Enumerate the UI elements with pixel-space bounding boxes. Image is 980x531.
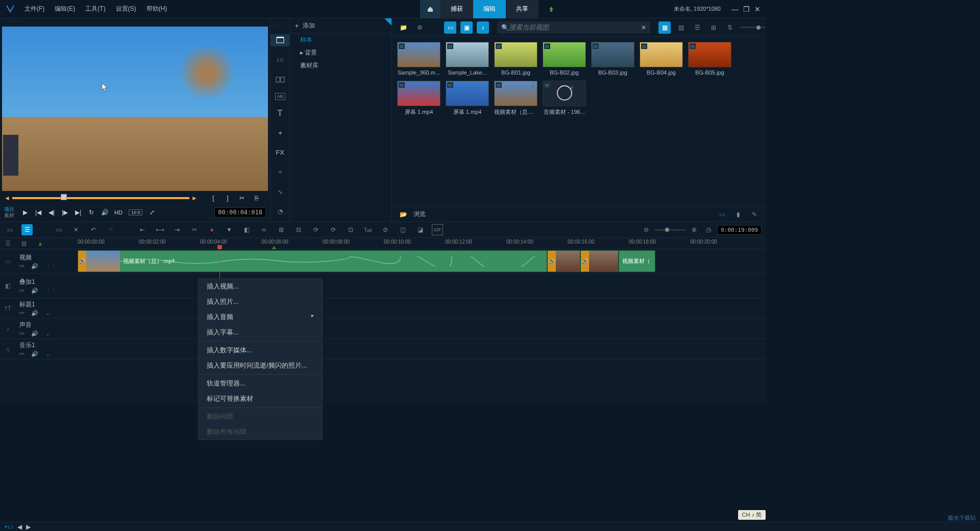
track-type-overlay-icon[interactable]: ◧ (0, 274, 15, 298)
text-3d-icon[interactable]: T₃ᴅ (362, 224, 374, 235)
track-type-voice-icon[interactable]: ♪ (0, 319, 15, 339)
split-clip-icon[interactable]: ✂ (189, 224, 200, 235)
context-menu-item[interactable]: 插入要应用时间流逝/频闪的照片... (199, 358, 322, 373)
panel-grabber[interactable]: :::::::: (0, 18, 270, 25)
timeline-view-icon[interactable]: ☰ (21, 224, 33, 235)
sidebar-speed[interactable]: ◔ (271, 205, 289, 218)
media-item[interactable]: ▭BG-B04.jpg (640, 42, 683, 76)
minimize-button[interactable]: — (731, 5, 739, 13)
sidebar-media[interactable] (271, 34, 289, 46)
media-item[interactable]: ▭BG-B05.jpg (688, 42, 731, 76)
tool-adjust-icon[interactable]: ✕ (70, 224, 82, 235)
context-menu-item[interactable]: 标记可替换素材 (199, 391, 322, 406)
sidebar-audio[interactable]: ♪♫ (271, 54, 289, 66)
media-item[interactable]: ▭BG-B02.jpg (543, 42, 586, 76)
footer-layout-icon[interactable]: ▭ (716, 208, 728, 221)
zoom-out-icon[interactable]: ⊖ (641, 224, 652, 235)
pan-zoom-icon[interactable]: ◫ (397, 224, 408, 235)
lib-item-library[interactable]: 素材库 (290, 59, 391, 72)
go-start-button[interactable]: |◀ (33, 207, 44, 218)
tab-share[interactable]: 共享 (506, 0, 538, 18)
media-item[interactable]: ▭♪音频素材 - 196... (543, 81, 586, 116)
track-select-icon[interactable]: ⊟ (18, 238, 30, 249)
preview-viewport[interactable] (2, 27, 268, 191)
preview-scrubber[interactable]: ◄ ► [ ] ✂ ⎘ (0, 193, 270, 203)
track-expand-icon[interactable]: ▲ (35, 238, 46, 249)
context-menu-item[interactable]: 插入视频... (199, 279, 322, 294)
search-input[interactable] (509, 23, 641, 31)
timeline-duration[interactable]: 0:00:19:009 (717, 225, 762, 235)
hd-toggle[interactable]: HD (112, 209, 125, 215)
redo-icon[interactable]: ↷ (105, 224, 116, 235)
footer-edit-icon[interactable]: ✎ (748, 208, 761, 221)
lib-item-sample[interactable]: 样本 (290, 34, 391, 46)
track-header-music[interactable]: 音乐1 ⚯🔊⌄ (15, 339, 78, 359)
add-icon[interactable]: + (295, 22, 299, 30)
clip-video-main[interactable]: 🔊 视频素材（总）.mp4 (78, 250, 547, 272)
context-menu-item[interactable]: 插入数字媒体... (199, 343, 322, 358)
track-header-title[interactable]: 标题1 ⚯🔊⌄ (15, 298, 78, 319)
track-type-title-icon[interactable]: ᴛT (0, 298, 15, 319)
zoom-slider[interactable] (655, 229, 685, 231)
clear-search-icon[interactable]: ✕ (641, 24, 646, 31)
footer-battery-icon[interactable]: ▮ (732, 208, 744, 221)
close-button[interactable]: ✕ (753, 5, 762, 13)
lock-icon[interactable]: ⚯ (19, 263, 24, 270)
media-item[interactable]: ▭Sample_Lake... (446, 42, 489, 76)
snapshot-icon[interactable]: ⎘ (251, 192, 262, 204)
sidebar-color[interactable]: ✧ (271, 166, 289, 178)
freeze-icon[interactable]: ⊡ (345, 224, 356, 235)
track-voice[interactable] (78, 319, 766, 339)
media-item[interactable]: ▭屏幕 1.mp4 (446, 81, 489, 116)
record-icon[interactable]: ● (206, 224, 217, 235)
group-icon[interactable]: ⊞ (276, 224, 287, 235)
ripple-icon[interactable]: ⟳ (310, 224, 322, 235)
context-menu-item[interactable]: 插入音频 (199, 309, 322, 325)
crop-icon[interactable]: ⊘ (380, 224, 391, 235)
tab-home[interactable] (420, 0, 440, 18)
context-menu-item[interactable]: 插入照片... (199, 294, 322, 309)
lib-item-background[interactable]: ▸ 背景 (290, 46, 391, 59)
track-title[interactable] (78, 298, 766, 319)
menu-help[interactable]: 帮助(H) (144, 4, 169, 14)
mask-icon[interactable]: ◪ (414, 224, 426, 235)
mark-out-icon[interactable]: ] (222, 192, 233, 204)
context-menu-item[interactable]: 轨道管理器... (199, 376, 322, 391)
go-end-button[interactable]: ▶| (72, 207, 84, 218)
volume-button[interactable]: 🔊 (99, 207, 110, 218)
restore-button[interactable]: ❐ (742, 5, 750, 13)
fit-timeline-icon[interactable]: ◷ (703, 224, 714, 235)
timeline-ruler[interactable]: 00:00:00:0000:00:02:0000:00:04:0000:00:0… (78, 238, 766, 249)
browse-button[interactable]: 浏览 (413, 210, 426, 219)
mark-in-icon[interactable]: [ (208, 192, 219, 204)
fullscreen-button[interactable]: ⤢ (146, 207, 158, 218)
sort-icon[interactable]: ⇅ (724, 21, 736, 34)
trim-in-icon[interactable]: ⇤ (137, 224, 148, 235)
track-type-video-icon[interactable]: ▭ (0, 249, 15, 274)
track-header-video[interactable]: 视频 ⚯🔊⋮⋮ (15, 249, 78, 274)
clip-video-2[interactable]: 🔊 (547, 250, 580, 272)
track-music[interactable] (78, 339, 766, 359)
search-box[interactable]: 🔍 ✕ (497, 21, 650, 34)
tool-select-icon[interactable]: ▭ (53, 224, 64, 235)
media-item[interactable]: ▭Sample_360.m... (397, 42, 440, 76)
loop-button[interactable]: ↻ (86, 207, 97, 218)
media-item[interactable]: ▭屏幕 1.mp4 (397, 81, 440, 116)
track-type-music-icon[interactable]: ♫ (0, 339, 15, 359)
label-material[interactable]: 素材 (4, 212, 14, 219)
clip-video-3[interactable]: 🔊 (580, 250, 619, 272)
sidebar-motion[interactable]: ∿ (271, 185, 289, 198)
clip-video-4[interactable]: 视频素材（ (619, 250, 655, 272)
menu-edit[interactable]: 编辑(E) (53, 4, 77, 14)
open-folder-icon[interactable]: 📂 (397, 208, 409, 221)
menu-tools[interactable]: 工具(T) (83, 4, 107, 14)
chapter-icon[interactable]: ◧ (241, 224, 252, 235)
link-icon[interactable]: ∞ (258, 224, 270, 235)
media-item[interactable]: ▭BG-B03.jpg (591, 42, 634, 76)
view-large-icon[interactable]: ▦ (658, 21, 671, 34)
sidebar-fx[interactable]: FX (271, 147, 289, 159)
context-menu-item[interactable]: 插入字幕... (199, 325, 322, 340)
storyboard-view-icon[interactable]: ▭ (4, 224, 15, 235)
filter-audio-icon[interactable]: ♪ (477, 21, 489, 34)
sidebar-transitions[interactable] (271, 74, 289, 86)
